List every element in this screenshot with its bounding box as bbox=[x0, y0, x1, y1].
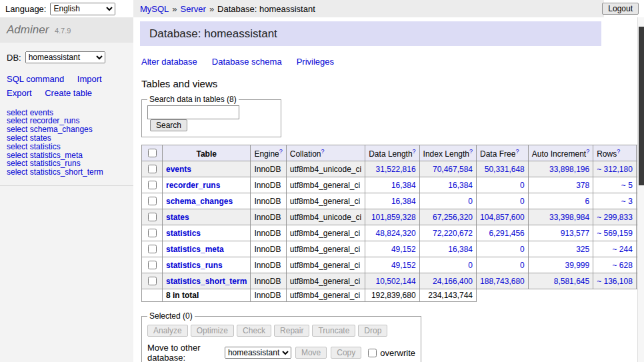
language-select[interactable]: English bbox=[50, 3, 115, 15]
breadcrumb-link-server[interactable]: Server bbox=[181, 4, 206, 14]
table-header-row: Table Engine? Collation? Data Length? In… bbox=[142, 145, 644, 161]
column-help-sup[interactable]: ? bbox=[469, 148, 473, 155]
cell-collation: utf8mb4_general_ci bbox=[286, 241, 365, 257]
optimize-button[interactable]: Optimize bbox=[191, 325, 234, 337]
cell-data-free: 0 bbox=[477, 177, 529, 193]
breadcrumb-current: Database: homeassistant bbox=[217, 4, 315, 14]
row-select-checkbox[interactable] bbox=[148, 181, 157, 189]
cell-table-name: statistics bbox=[163, 225, 251, 241]
column-help-sup[interactable]: ? bbox=[586, 148, 589, 155]
cell-index-length: 16,384 bbox=[419, 177, 476, 193]
cell-rows: ~ 299,833 bbox=[593, 209, 637, 225]
repair-button[interactable]: Repair bbox=[274, 325, 309, 337]
column-help-sup[interactable]: ? bbox=[515, 148, 519, 155]
row-select-checkbox[interactable] bbox=[148, 277, 157, 285]
language-label: Language: bbox=[5, 4, 46, 14]
sidebar-link-create-table[interactable]: Create table bbox=[45, 88, 92, 98]
cell-data-length: 49,152 bbox=[365, 241, 419, 257]
row-select-checkbox[interactable] bbox=[148, 245, 157, 253]
column-help-sup[interactable]: ? bbox=[279, 148, 283, 155]
table-name-link[interactable]: recorder_runs bbox=[166, 181, 220, 190]
cell-engine: InnoDB bbox=[251, 241, 286, 257]
cell-table-name: statistics_meta bbox=[163, 241, 251, 257]
table-name-link[interactable]: statistics bbox=[166, 229, 201, 238]
cell-auto-increment: 6 bbox=[528, 193, 593, 209]
table-name-link[interactable]: statistics_short_term bbox=[166, 277, 247, 286]
overwrite-checkbox[interactable] bbox=[368, 349, 377, 357]
search-input[interactable] bbox=[147, 105, 239, 119]
cell-index-length: 67,256,320 bbox=[419, 209, 476, 225]
row-select-checkbox[interactable] bbox=[148, 197, 157, 205]
cell-index-length: 24,166,400 bbox=[419, 273, 476, 289]
table-row: recorder_runs InnoDB utf8mb4_general_ci … bbox=[142, 177, 644, 193]
cell-collation: utf8mb4_unicode_ci bbox=[286, 161, 365, 177]
analyze-button[interactable]: Analyze bbox=[147, 325, 188, 337]
cell-data-free: 0 bbox=[477, 241, 529, 257]
sidebar-item-select-statistics[interactable]: select statistics bbox=[7, 143, 127, 151]
cell-rows: ~ 628 bbox=[593, 257, 637, 273]
select-all-checkbox[interactable] bbox=[148, 149, 157, 157]
link-privileges[interactable]: Privileges bbox=[297, 57, 334, 67]
cell-rows: ~ 569,159 bbox=[593, 225, 637, 241]
cell-auto-increment: 325 bbox=[528, 241, 593, 257]
app-header: Adminer 4.7.9 bbox=[0, 17, 133, 43]
row-select-checkbox[interactable] bbox=[148, 229, 157, 237]
row-select-checkbox[interactable] bbox=[148, 261, 157, 269]
cell-table-name: statistics_short_term bbox=[163, 273, 251, 289]
search-button[interactable]: Search bbox=[150, 119, 187, 131]
scrollbar[interactable] bbox=[637, 17, 644, 362]
table-name-link[interactable]: schema_changes bbox=[166, 197, 233, 206]
adminer-logo: Adminer bbox=[7, 23, 49, 36]
breadcrumb-link-mysql[interactable]: MySQL bbox=[140, 4, 169, 14]
table-name-link[interactable]: statistics_meta bbox=[166, 245, 224, 254]
cell-index-length: 0 bbox=[419, 257, 476, 273]
cell-index-length: 16,384 bbox=[419, 241, 476, 257]
cell-table-name: schema_changes bbox=[163, 193, 251, 209]
truncate-button[interactable]: Truncate bbox=[312, 325, 355, 337]
table-row: states InnoDB utf8mb4_unicode_ci 101,859… bbox=[142, 209, 644, 225]
column-help-sup[interactable]: ? bbox=[413, 148, 416, 155]
total-label: 8 in total bbox=[163, 289, 251, 302]
sidebar-item-select-statistics-short-term[interactable]: select statistics_short_term bbox=[7, 168, 127, 177]
table-name-link[interactable]: states bbox=[166, 213, 189, 222]
scrollbar-thumb[interactable] bbox=[639, 27, 644, 185]
column-help-sup[interactable]: ? bbox=[321, 148, 324, 155]
db-select[interactable]: homeassistant bbox=[25, 51, 105, 63]
cell-data-length: 10,502,144 bbox=[365, 273, 419, 289]
drop-button[interactable]: Drop bbox=[358, 325, 387, 337]
sidebar-link-import[interactable]: Import bbox=[77, 74, 102, 84]
cell-data-free: 0 bbox=[477, 257, 529, 273]
row-select-checkbox[interactable] bbox=[148, 165, 157, 173]
link-alter-database[interactable]: Alter database bbox=[141, 57, 197, 67]
sidebar-link-export[interactable]: Export bbox=[7, 88, 32, 98]
cell-collation: utf8mb4_general_ci bbox=[286, 177, 365, 193]
move-db-select[interactable]: homeassistant bbox=[225, 347, 291, 359]
cell-auto-increment: 33,898,196 bbox=[528, 161, 593, 177]
sidebar-item-select-states[interactable]: select states bbox=[7, 134, 127, 143]
cell-collation: utf8mb4_general_ci bbox=[286, 225, 365, 241]
table-name-link[interactable]: statistics_runs bbox=[166, 261, 223, 270]
row-select-checkbox[interactable] bbox=[148, 213, 157, 221]
link-database-schema[interactable]: Database schema bbox=[212, 57, 282, 67]
check-button[interactable]: Check bbox=[237, 325, 271, 337]
cell-data-free: 188,743,680 bbox=[477, 273, 529, 289]
sidebar-link-sql-command[interactable]: SQL command bbox=[7, 74, 64, 84]
column-header-table: Table bbox=[163, 145, 251, 161]
logout-button[interactable]: Logout bbox=[602, 3, 639, 15]
db-label: DB: bbox=[7, 53, 21, 63]
copy-button[interactable]: Copy bbox=[331, 347, 361, 359]
search-fieldset: Search data in tables (8) Search bbox=[141, 95, 281, 137]
cell-data-length: 16,384 bbox=[365, 177, 419, 193]
total-row: 8 in total InnoDB utf8mb4_general_ci 192… bbox=[142, 289, 644, 302]
selected-fieldset: Selected (0) Analyze Optimize Check Repa… bbox=[141, 311, 421, 362]
move-button[interactable]: Move bbox=[295, 347, 327, 359]
move-row: Move to other database: homeassistant Mo… bbox=[147, 343, 415, 362]
adminer-screen: Language: English MySQL » Server » Datab… bbox=[0, 0, 644, 362]
table-name-link[interactable]: events bbox=[166, 165, 191, 174]
column-help-sup[interactable]: ? bbox=[617, 148, 620, 155]
cell-data-free: 0 bbox=[477, 193, 529, 209]
sidebar: Adminer 4.7.9 DB: homeassistant SQL comm… bbox=[0, 17, 133, 362]
cell-table-name: statistics_runs bbox=[163, 257, 251, 273]
cell-index-length: 70,467,584 bbox=[419, 161, 476, 177]
cell-engine: InnoDB bbox=[251, 161, 286, 177]
